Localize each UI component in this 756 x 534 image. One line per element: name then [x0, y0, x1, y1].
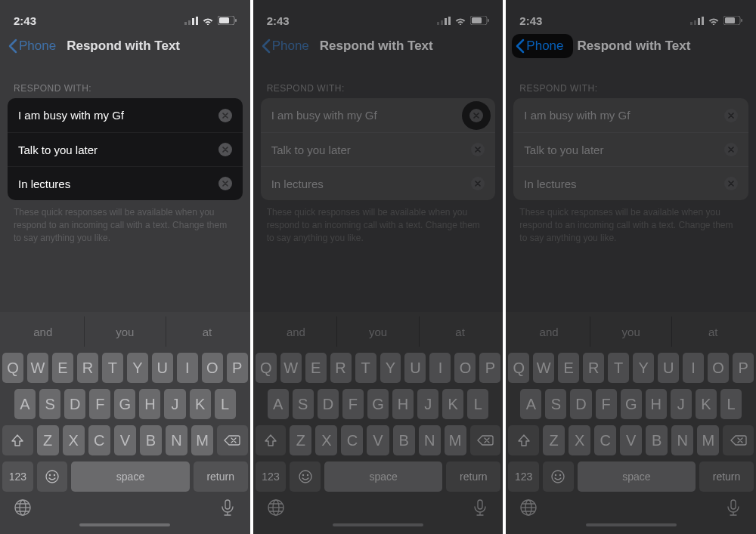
shift-key[interactable]	[508, 425, 539, 455]
key-l[interactable]: L	[720, 389, 742, 419]
key-f[interactable]: F	[342, 389, 364, 419]
key-s[interactable]: S	[39, 389, 60, 419]
home-indicator[interactable]	[79, 523, 170, 526]
key-d[interactable]: D	[64, 389, 85, 419]
key-u[interactable]: U	[152, 353, 173, 383]
mic-icon[interactable]	[723, 498, 743, 517]
key-n[interactable]: N	[419, 425, 441, 455]
key-x[interactable]: X	[63, 425, 85, 455]
key-e[interactable]: E	[52, 353, 73, 383]
key-c[interactable]: C	[341, 425, 363, 455]
key-j[interactable]: J	[417, 389, 438, 419]
key-o[interactable]: O	[202, 353, 223, 383]
key-k[interactable]: K	[190, 389, 211, 419]
globe-icon[interactable]	[266, 498, 286, 517]
space-key[interactable]: space	[324, 461, 442, 492]
response-row[interactable]: I am busy with my Gf	[513, 98, 748, 132]
clear-button[interactable]	[471, 177, 485, 190]
key-i[interactable]: I	[683, 353, 704, 383]
key-l[interactable]: L	[215, 389, 236, 419]
back-button-highlight[interactable]: Phone	[512, 34, 572, 58]
shift-key[interactable]	[256, 425, 287, 455]
key-v[interactable]: V	[367, 425, 389, 455]
key-i[interactable]: I	[177, 353, 198, 383]
home-indicator[interactable]	[586, 523, 677, 526]
numeric-key[interactable]: 123	[508, 461, 539, 492]
key-c[interactable]: C	[594, 425, 616, 455]
response-row[interactable]: Talk to you later	[8, 132, 243, 166]
key-r[interactable]: R	[77, 353, 98, 383]
key-r[interactable]: R	[583, 353, 604, 383]
key-a[interactable]: A	[268, 389, 289, 419]
key-a[interactable]: A	[520, 389, 541, 419]
key-w[interactable]: W	[280, 353, 302, 383]
response-row[interactable]: Talk to you later	[261, 132, 496, 166]
key-t[interactable]: T	[355, 353, 376, 383]
suggestion[interactable]: you	[85, 316, 167, 347]
response-row[interactable]: Talk to you later	[513, 132, 748, 166]
key-h[interactable]: H	[646, 389, 667, 419]
key-r[interactable]: R	[330, 353, 352, 383]
return-key[interactable]: return	[194, 461, 248, 492]
space-key[interactable]: space	[71, 461, 189, 492]
back-button[interactable]: Phone	[259, 35, 315, 57]
clear-button[interactable]	[469, 109, 483, 122]
backspace-key[interactable]	[723, 425, 754, 455]
suggestion[interactable]: and	[508, 316, 590, 347]
key-w[interactable]: W	[27, 353, 48, 383]
clear-button[interactable]	[724, 143, 738, 156]
key-p[interactable]: P	[733, 353, 754, 383]
key-b[interactable]: B	[646, 425, 668, 455]
key-y[interactable]: Y	[633, 353, 654, 383]
response-row[interactable]: In lectures	[513, 166, 748, 200]
key-n[interactable]: N	[671, 425, 693, 455]
key-l[interactable]: L	[467, 389, 488, 419]
globe-icon[interactable]	[13, 498, 33, 517]
key-h[interactable]: H	[139, 389, 160, 419]
key-j[interactable]: J	[671, 389, 692, 419]
key-s[interactable]: S	[293, 389, 314, 419]
emoji-key[interactable]	[290, 461, 321, 492]
emoji-key[interactable]	[37, 461, 68, 492]
key-b[interactable]: B	[140, 425, 162, 455]
clear-button[interactable]	[471, 143, 485, 156]
suggestion[interactable]: and	[256, 316, 338, 347]
key-k[interactable]: K	[442, 389, 463, 419]
clear-button-highlight[interactable]	[462, 101, 491, 130]
key-q[interactable]: Q	[256, 353, 277, 383]
key-w[interactable]: W	[533, 353, 554, 383]
suggestion[interactable]: you	[590, 316, 673, 347]
key-x[interactable]: X	[315, 425, 337, 455]
key-u[interactable]: U	[404, 353, 426, 383]
key-u[interactable]: U	[658, 353, 679, 383]
key-z[interactable]: Z	[290, 425, 311, 455]
suggestion[interactable]: at	[166, 316, 248, 347]
backspace-key[interactable]	[217, 425, 248, 455]
suggestion[interactable]: at	[420, 316, 501, 347]
return-key[interactable]: return	[699, 461, 754, 492]
key-m[interactable]: M	[697, 425, 719, 455]
key-p[interactable]: P	[479, 353, 500, 383]
numeric-key[interactable]: 123	[2, 461, 33, 492]
key-q[interactable]: Q	[2, 353, 23, 383]
key-d[interactable]: D	[570, 389, 591, 419]
suggestion[interactable]: you	[337, 316, 420, 347]
mic-icon[interactable]	[218, 498, 237, 517]
key-d[interactable]: D	[318, 389, 339, 419]
key-t[interactable]: T	[608, 353, 629, 383]
key-e[interactable]: E	[305, 353, 327, 383]
key-x[interactable]: X	[569, 425, 590, 455]
key-s[interactable]: S	[545, 389, 566, 419]
response-row[interactable]: In lectures	[261, 166, 496, 200]
response-row[interactable]: In lectures	[8, 166, 243, 200]
suggestion[interactable]: and	[2, 316, 85, 347]
space-key[interactable]: space	[578, 461, 696, 492]
key-h[interactable]: H	[392, 389, 414, 419]
key-o[interactable]: O	[708, 353, 729, 383]
key-y[interactable]: Y	[127, 353, 148, 383]
key-z[interactable]: Z	[37, 425, 59, 455]
key-e[interactable]: E	[558, 353, 579, 383]
key-a[interactable]: A	[14, 389, 36, 419]
suggestion[interactable]: at	[672, 316, 754, 347]
key-m[interactable]: M	[191, 425, 213, 455]
